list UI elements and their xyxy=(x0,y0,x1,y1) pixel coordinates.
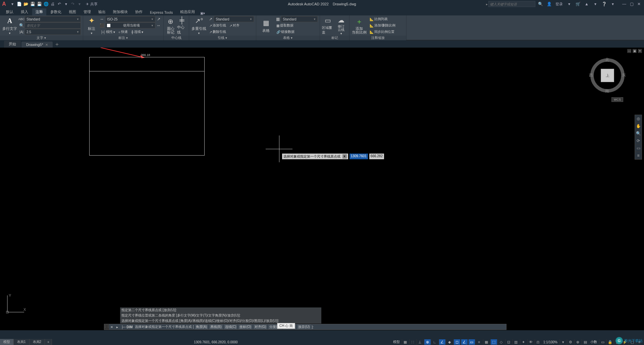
cmd-opt[interactable]: 放弃(U) xyxy=(297,325,311,329)
tab-featured[interactable]: 精选应用 xyxy=(177,8,198,15)
dynamic-ucs-icon[interactable]: ⊡ xyxy=(505,339,512,345)
units-icon[interactable]: ▤ xyxy=(582,339,588,345)
tab-output[interactable]: 输出 xyxy=(95,8,109,15)
plot-icon[interactable]: 🖨 xyxy=(50,1,56,7)
ribbon-collapse-icon[interactable]: ▣▾ xyxy=(200,11,205,15)
tab-close-icon[interactable]: ✕ xyxy=(45,43,48,47)
maximize-icon[interactable]: ▢ xyxy=(628,0,635,8)
dimlayer-combo[interactable]: 使用当前项▼ xyxy=(105,22,155,28)
panel-table-title[interactable]: 表格 ▼ xyxy=(256,36,320,40)
help-icon[interactable]: ❔ xyxy=(600,0,608,8)
cmd-handle-icon[interactable]: ⋮⋮ xyxy=(104,324,109,330)
syncscale-button[interactable]: 📐 同步比例位置 xyxy=(368,29,397,35)
search-icon[interactable]: 🔍 xyxy=(537,0,544,8)
tab-default[interactable]: 默认 xyxy=(3,8,17,15)
saveas-icon[interactable]: 💾 xyxy=(36,1,42,7)
2dosnap-icon[interactable]: ▭ xyxy=(468,339,475,345)
transparency-icon[interactable]: ▦ xyxy=(483,339,490,345)
vp-restore-icon[interactable]: ▣ xyxy=(633,49,637,53)
layout-1[interactable]: 布局1 xyxy=(14,339,30,345)
lineweight-icon[interactable]: ≡ xyxy=(476,339,482,345)
otrack-icon[interactable]: ∠ xyxy=(461,339,468,345)
find-input[interactable] xyxy=(25,22,81,28)
cmd-opt[interactable]: 对齐(G) xyxy=(254,325,267,329)
dyninput-icon[interactable]: ⊕ xyxy=(424,339,431,345)
tab-insert[interactable]: 插入 xyxy=(17,8,32,15)
login-label[interactable]: 登录 xyxy=(554,0,564,8)
dimupdate-icon[interactable]: ↔ xyxy=(156,23,161,28)
tab-annotate[interactable]: 注释 xyxy=(32,8,46,15)
search-input[interactable] xyxy=(488,1,535,7)
osnap-icon[interactable]: ◻ xyxy=(453,339,460,345)
panel-text-title[interactable]: 文字 ▼ xyxy=(0,36,83,40)
addscale-button[interactable]: ＋添加 当前比例 xyxy=(352,16,367,35)
tab-parametric[interactable]: 参数化 xyxy=(47,8,65,15)
panel-dim-title[interactable]: 标注 ▼ xyxy=(83,36,163,40)
continue-button[interactable]: ╫ 连续 ▾ xyxy=(130,29,145,35)
drawing-area[interactable]: — ▣ ✕ 366.18 选择对象或指定第一个尺寸界线原点或 ▼ 1309.76… xyxy=(0,48,644,330)
viewcube-s[interactable]: 南 xyxy=(605,88,609,94)
vp-minimize-icon[interactable]: — xyxy=(627,49,631,53)
linear-button[interactable]: ├┤ 线性 ▾ xyxy=(99,29,116,35)
status-scale[interactable]: 1:1/100% xyxy=(542,340,559,344)
dimstyle-launch-icon[interactable]: ↗ xyxy=(156,16,161,22)
ortho-icon[interactable]: ∟ xyxy=(431,339,438,345)
polar-icon[interactable]: ∠ xyxy=(439,339,445,345)
centerline-button[interactable]: ╪中心线 xyxy=(177,16,187,35)
customize-icon[interactable]: ≡ xyxy=(636,339,643,345)
redo-icon[interactable]: ↷ xyxy=(70,1,76,7)
redo-menu-icon[interactable]: ▾ xyxy=(76,1,83,7)
undo-menu-icon[interactable]: ▾ xyxy=(63,1,69,7)
close-icon[interactable]: ✕ xyxy=(635,0,643,8)
layout-model[interactable]: 模型 xyxy=(0,339,14,345)
hardware-icon[interactable]: ⚡ xyxy=(621,339,628,345)
infer-icon[interactable]: ⊥ xyxy=(417,339,423,345)
status-model[interactable]: 模型 xyxy=(392,340,401,344)
leaderstyle-combo[interactable]: Standard▼ xyxy=(214,16,254,22)
extractdata-button[interactable]: ▦ 提取数据 xyxy=(275,22,295,28)
wipeout-button[interactable]: ▭区域覆盖 xyxy=(322,16,334,35)
lockui-icon[interactable]: 🔒 xyxy=(606,339,613,345)
tab-drawing5[interactable]: Drawing5* ✕ xyxy=(21,42,53,48)
cmd-opt[interactable]: 坐标(O) xyxy=(238,325,252,329)
viewcube[interactable]: 上 北 南 东 西 xyxy=(589,57,626,94)
scalelist-button[interactable]: 📐 比例列表 xyxy=(368,16,397,22)
app-switch-icon[interactable]: ▲ xyxy=(583,0,590,8)
save-icon[interactable]: 💾 xyxy=(30,1,36,7)
user-icon[interactable]: 👤 xyxy=(545,0,553,8)
addleader-button[interactable]: ↗ 添加引线 xyxy=(208,22,227,28)
quick-button[interactable]: ⟐ 快速 xyxy=(117,29,129,35)
viewcube-top[interactable]: 上 xyxy=(601,69,614,82)
new-icon[interactable]: 📄 xyxy=(16,1,22,7)
tab-addin[interactable]: 附加模块 xyxy=(110,8,131,15)
nav-menu-icon[interactable]: ≡ xyxy=(635,152,642,159)
mtext-button[interactable]: A 多行文字 ▼ xyxy=(2,16,17,35)
dyn-coord-y[interactable]: 666.282 xyxy=(369,154,384,159)
removeleader-button[interactable]: ↗ 删除引线 xyxy=(208,29,227,35)
table-button[interactable]: ▦表格 xyxy=(258,16,274,35)
cmd-close-icon[interactable]: ✕ xyxy=(109,325,114,329)
textstyle-combo[interactable]: Standard▼ xyxy=(25,16,81,22)
panel-leader-title[interactable]: 引线 ▼ xyxy=(189,36,256,40)
tab-view[interactable]: 视图 xyxy=(65,8,79,15)
adddelscale-button[interactable]: 📐 添加/删除比例 xyxy=(368,22,397,28)
dimension-button[interactable]: ✦ 标注 ▼ xyxy=(85,16,98,35)
pan-icon[interactable]: ✋ xyxy=(635,122,642,130)
mleader-button[interactable]: ↗°多重引线▼ xyxy=(191,16,207,35)
cmd-opt[interactable]: 基线(B) xyxy=(209,325,222,329)
centermark-button[interactable]: ⊕圆心 标记 xyxy=(166,16,176,35)
dimstyle-combo[interactable]: ISO-25▼ xyxy=(105,16,155,22)
layout-add-button[interactable]: ＋ xyxy=(45,339,52,345)
workspace-icon[interactable]: ⚙ xyxy=(567,339,574,345)
alignleader-button[interactable]: ↗ 对齐 xyxy=(228,22,241,28)
new-tab-button[interactable]: ＋ xyxy=(53,41,61,48)
orbit-icon[interactable]: ⟳ xyxy=(635,137,642,145)
login-menu-icon[interactable]: ▾ xyxy=(566,0,573,8)
minimize-icon[interactable]: — xyxy=(621,0,628,8)
selectioncycling-icon[interactable]: ⬚ xyxy=(490,339,497,345)
tab-manage[interactable]: 管理 xyxy=(80,8,94,15)
textheight-combo[interactable]: 2.5▼ xyxy=(25,29,81,35)
grid-icon[interactable]: ▦ xyxy=(402,339,409,345)
cart-icon[interactable]: 🛒 xyxy=(574,0,582,8)
iso-icon[interactable]: ◆ xyxy=(446,339,453,345)
